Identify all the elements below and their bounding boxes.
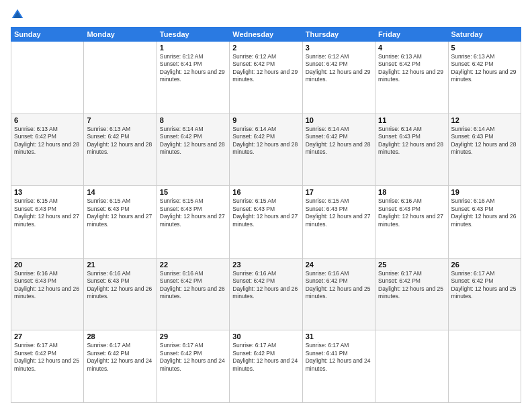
- day-number: 13: [14, 188, 81, 196]
- calendar-cell: 30Sunrise: 6:17 AM Sunset: 6:42 PM Dayli…: [230, 330, 302, 403]
- day-info: Sunrise: 6:16 AM Sunset: 6:43 PM Dayligh…: [451, 197, 518, 228]
- day-number: 6: [14, 116, 81, 124]
- day-info: Sunrise: 6:17 AM Sunset: 6:42 PM Dayligh…: [378, 270, 445, 301]
- day-number: 15: [160, 188, 226, 196]
- day-info: Sunrise: 6:12 AM Sunset: 6:41 PM Dayligh…: [160, 53, 226, 84]
- day-info: Sunrise: 6:15 AM Sunset: 6:43 PM Dayligh…: [14, 197, 81, 228]
- day-number: 24: [306, 261, 372, 269]
- calendar-cell: 9Sunrise: 6:14 AM Sunset: 6:42 PM Daylig…: [230, 113, 302, 186]
- calendar-cell: 27Sunrise: 6:17 AM Sunset: 6:42 PM Dayli…: [11, 330, 84, 403]
- day-number: 14: [87, 188, 153, 196]
- day-number: 8: [160, 116, 226, 124]
- day-number: 17: [306, 188, 372, 196]
- calendar-cell: 16Sunrise: 6:15 AM Sunset: 6:43 PM Dayli…: [230, 186, 302, 259]
- day-number: 26: [451, 261, 518, 269]
- calendar-cell: [84, 42, 157, 114]
- day-info: Sunrise: 6:13 AM Sunset: 6:42 PM Dayligh…: [378, 53, 445, 84]
- day-number: 22: [160, 261, 226, 269]
- calendar-week-row: 13Sunrise: 6:15 AM Sunset: 6:43 PM Dayli…: [11, 186, 521, 259]
- calendar-cell: 19Sunrise: 6:16 AM Sunset: 6:43 PM Dayli…: [448, 186, 521, 259]
- day-info: Sunrise: 6:16 AM Sunset: 6:43 PM Dayligh…: [14, 270, 81, 301]
- day-info: Sunrise: 6:17 AM Sunset: 6:42 PM Dayligh…: [14, 342, 81, 373]
- day-info: Sunrise: 6:16 AM Sunset: 6:42 PM Dayligh…: [232, 270, 299, 301]
- calendar-header: SundayMondayTuesdayWednesdayThursdayFrid…: [11, 28, 521, 42]
- calendar-cell: 24Sunrise: 6:16 AM Sunset: 6:42 PM Dayli…: [302, 258, 375, 330]
- calendar-cell: 31Sunrise: 6:17 AM Sunset: 6:41 PM Dayli…: [302, 330, 375, 403]
- day-info: Sunrise: 6:13 AM Sunset: 6:42 PM Dayligh…: [14, 126, 81, 156]
- calendar-cell: 4Sunrise: 6:13 AM Sunset: 6:42 PM Daylig…: [375, 42, 448, 114]
- calendar-cell: 29Sunrise: 6:17 AM Sunset: 6:42 PM Dayli…: [157, 330, 229, 403]
- day-info: Sunrise: 6:16 AM Sunset: 6:43 PM Dayligh…: [87, 270, 153, 301]
- calendar-cell: [448, 330, 521, 403]
- calendar-cell: 5Sunrise: 6:13 AM Sunset: 6:42 PM Daylig…: [448, 42, 521, 114]
- calendar-table: SundayMondayTuesdayWednesdayThursdayFrid…: [11, 27, 521, 403]
- calendar-week-row: 20Sunrise: 6:16 AM Sunset: 6:43 PM Dayli…: [11, 258, 521, 330]
- calendar-week-row: 27Sunrise: 6:17 AM Sunset: 6:42 PM Dayli…: [11, 330, 521, 403]
- day-number: 11: [378, 116, 445, 124]
- calendar-cell: 20Sunrise: 6:16 AM Sunset: 6:43 PM Dayli…: [11, 258, 84, 330]
- day-number: 28: [87, 332, 153, 340]
- calendar-cell: 23Sunrise: 6:16 AM Sunset: 6:42 PM Dayli…: [230, 258, 302, 330]
- calendar-cell: 26Sunrise: 6:17 AM Sunset: 6:42 PM Dayli…: [448, 258, 521, 330]
- logo-icon: [11, 8, 24, 21]
- day-info: Sunrise: 6:17 AM Sunset: 6:42 PM Dayligh…: [451, 270, 518, 301]
- day-number: 23: [232, 261, 299, 269]
- calendar-cell: 2Sunrise: 6:12 AM Sunset: 6:42 PM Daylig…: [230, 42, 302, 114]
- weekday-header: Monday: [84, 28, 157, 42]
- day-number: 19: [451, 188, 518, 196]
- day-info: Sunrise: 6:16 AM Sunset: 6:42 PM Dayligh…: [306, 270, 372, 301]
- calendar-cell: 25Sunrise: 6:17 AM Sunset: 6:42 PM Dayli…: [375, 258, 448, 330]
- page: SundayMondayTuesdayWednesdayThursdayFrid…: [0, 0, 532, 411]
- calendar-cell: 10Sunrise: 6:14 AM Sunset: 6:42 PM Dayli…: [302, 113, 375, 186]
- day-number: 12: [451, 116, 518, 124]
- day-info: Sunrise: 6:15 AM Sunset: 6:43 PM Dayligh…: [306, 197, 372, 228]
- day-info: Sunrise: 6:14 AM Sunset: 6:43 PM Dayligh…: [451, 126, 518, 156]
- weekday-header: Saturday: [448, 28, 521, 42]
- logo: [11, 8, 27, 21]
- calendar-cell: 15Sunrise: 6:15 AM Sunset: 6:43 PM Dayli…: [157, 186, 229, 259]
- day-info: Sunrise: 6:14 AM Sunset: 6:42 PM Dayligh…: [160, 126, 226, 156]
- day-info: Sunrise: 6:17 AM Sunset: 6:42 PM Dayligh…: [160, 342, 226, 373]
- calendar-cell: 18Sunrise: 6:16 AM Sunset: 6:43 PM Dayli…: [375, 186, 448, 259]
- day-number: 9: [232, 116, 299, 124]
- day-info: Sunrise: 6:16 AM Sunset: 6:42 PM Dayligh…: [160, 270, 226, 301]
- weekday-header: Sunday: [11, 28, 84, 42]
- calendar-cell: 3Sunrise: 6:12 AM Sunset: 6:42 PM Daylig…: [302, 42, 375, 114]
- day-info: Sunrise: 6:17 AM Sunset: 6:41 PM Dayligh…: [306, 342, 372, 373]
- day-number: 31: [306, 332, 372, 340]
- day-number: 21: [87, 261, 153, 269]
- day-number: 2: [232, 44, 299, 52]
- day-info: Sunrise: 6:12 AM Sunset: 6:42 PM Dayligh…: [232, 53, 299, 84]
- day-info: Sunrise: 6:16 AM Sunset: 6:43 PM Dayligh…: [378, 197, 445, 228]
- day-info: Sunrise: 6:14 AM Sunset: 6:43 PM Dayligh…: [378, 126, 445, 156]
- calendar-cell: 12Sunrise: 6:14 AM Sunset: 6:43 PM Dayli…: [448, 113, 521, 186]
- day-number: 29: [160, 332, 226, 340]
- calendar-cell: [11, 42, 84, 114]
- calendar-body: 1Sunrise: 6:12 AM Sunset: 6:41 PM Daylig…: [11, 42, 521, 403]
- day-number: 3: [306, 44, 372, 52]
- day-number: 16: [232, 188, 299, 196]
- calendar-cell: 14Sunrise: 6:15 AM Sunset: 6:43 PM Dayli…: [84, 186, 157, 259]
- day-number: 18: [378, 188, 445, 196]
- day-info: Sunrise: 6:15 AM Sunset: 6:43 PM Dayligh…: [160, 197, 226, 228]
- day-info: Sunrise: 6:14 AM Sunset: 6:42 PM Dayligh…: [306, 126, 372, 156]
- header: [11, 8, 521, 21]
- day-number: 20: [14, 261, 81, 269]
- day-info: Sunrise: 6:15 AM Sunset: 6:43 PM Dayligh…: [232, 197, 299, 228]
- day-number: 7: [87, 116, 153, 124]
- calendar-cell: 7Sunrise: 6:13 AM Sunset: 6:42 PM Daylig…: [84, 113, 157, 186]
- day-info: Sunrise: 6:17 AM Sunset: 6:42 PM Dayligh…: [232, 342, 299, 373]
- calendar-cell: 6Sunrise: 6:13 AM Sunset: 6:42 PM Daylig…: [11, 113, 84, 186]
- day-info: Sunrise: 6:12 AM Sunset: 6:42 PM Dayligh…: [306, 53, 372, 84]
- calendar-week-row: 6Sunrise: 6:13 AM Sunset: 6:42 PM Daylig…: [11, 113, 521, 186]
- weekday-header: Thursday: [302, 28, 375, 42]
- weekday-row: SundayMondayTuesdayWednesdayThursdayFrid…: [11, 28, 521, 42]
- day-number: 10: [306, 116, 372, 124]
- weekday-header: Wednesday: [230, 28, 302, 42]
- day-number: 1: [160, 44, 226, 52]
- weekday-header: Tuesday: [157, 28, 229, 42]
- day-info: Sunrise: 6:13 AM Sunset: 6:42 PM Dayligh…: [451, 53, 518, 84]
- day-info: Sunrise: 6:14 AM Sunset: 6:42 PM Dayligh…: [232, 126, 299, 156]
- calendar-cell: 11Sunrise: 6:14 AM Sunset: 6:43 PM Dayli…: [375, 113, 448, 186]
- calendar-cell: [375, 330, 448, 403]
